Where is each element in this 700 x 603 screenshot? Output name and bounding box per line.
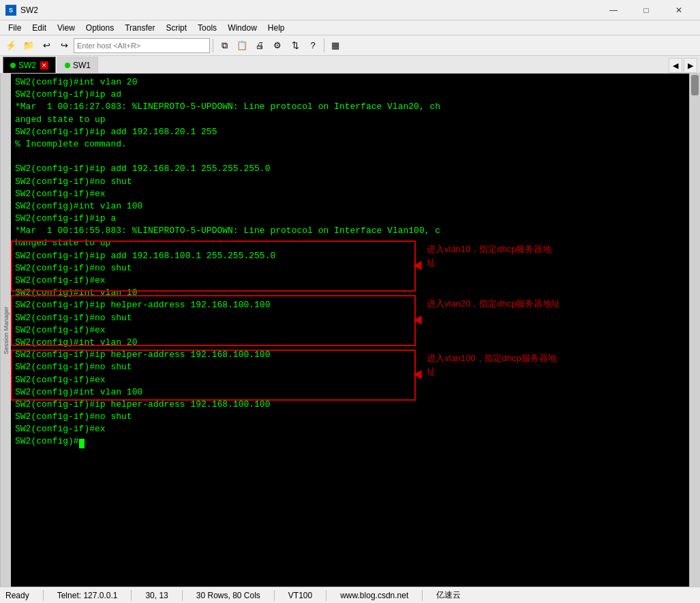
position-text: 30, 13	[145, 591, 168, 600]
statusbar-sep2	[131, 590, 132, 601]
scroll-thumb[interactable]	[691, 75, 699, 95]
terminal-cursor	[79, 439, 85, 448]
titlebar: S SW2 — □ ✕	[0, 0, 700, 20]
menu-script[interactable]: Script	[160, 22, 192, 34]
terminal-line-1: SW2(config-if)#ip ad	[15, 89, 685, 101]
menubar: File Edit View Options Transfer Script T…	[0, 20, 700, 35]
terminal-line-17: SW2(config)#int vlan 10	[15, 287, 685, 299]
tab-sw1-indicator	[65, 63, 70, 68]
tab-sw2-close[interactable]: ✕	[40, 61, 48, 69]
terminal-line-9: SW2(config-if)#ex	[15, 188, 685, 200]
terminal-line-11: SW2(config-if)#ip a	[15, 213, 685, 225]
toolbar-new-btn[interactable]: ⚡	[3, 37, 19, 54]
main-area: Session Manager SW2(config)#int vlan 20 …	[0, 74, 700, 587]
menu-edit[interactable]: Edit	[27, 22, 52, 34]
tab-sw2[interactable]: SW2 ✕	[3, 57, 56, 73]
session-sidebar-label: Session Manager	[3, 306, 10, 354]
branding-text: www.blog.csdn.net	[340, 591, 408, 600]
vt-text: VT100	[288, 591, 312, 600]
statusbar: Ready Telnet: 127.0.0.1 30, 13 30 Rows, …	[0, 587, 700, 603]
tab-active-indicator	[10, 63, 16, 68]
menu-transfer[interactable]: Transfer	[119, 22, 160, 34]
dimensions-text: 30 Rows, 80 Cols	[196, 591, 260, 600]
host-input[interactable]	[74, 38, 210, 53]
terminal-line-18: SW2(config-if)#ip helper-address 192.168…	[15, 299, 685, 311]
status-text: Ready	[5, 591, 29, 600]
terminal-line-6	[15, 151, 685, 163]
terminal-line-7: SW2(config-if)#ip add 192.168.20.1 255.2…	[15, 163, 685, 175]
terminal-line-29: SW2(config)#	[15, 435, 685, 448]
connection-text: Telnet: 127.0.0.1	[57, 591, 118, 600]
menu-view[interactable]: View	[52, 22, 80, 34]
app-icon: S	[5, 5, 16, 16]
toolbar-redo-btn[interactable]: ↪	[56, 37, 72, 54]
terminal-line-15: SW2(config-if)#no shut	[15, 262, 685, 275]
window-controls: — □ ✕	[598, 0, 695, 20]
terminal-line-4: SW2(config-if)#ip add 192.168.20.1 255	[15, 126, 685, 138]
terminal-line-2: *Mar 1 00:16:27.083: %LINEPROTO-5-UPDOWN…	[15, 101, 685, 113]
terminal-line-10: SW2(config)#int vlan 100	[15, 200, 685, 213]
menu-tools[interactable]: Tools	[192, 22, 222, 34]
terminal-line-14: SW2(config-if)#ip add 192.168.100.1 255.…	[15, 250, 685, 262]
toolbar-app-btn[interactable]: ▦	[327, 37, 344, 54]
terminal-line-22: SW2(config-if)#ip helper-address 192.168…	[15, 349, 685, 361]
session-manager-sidebar[interactable]: Session Manager	[0, 74, 11, 587]
close-button[interactable]: ✕	[663, 0, 695, 20]
toolbar-help-btn[interactable]: ?	[305, 37, 321, 54]
window-title: SW2	[20, 5, 598, 15]
terminal-line-0: SW2(config)#int vlan 20	[15, 76, 685, 89]
toolbar-sep1	[213, 39, 213, 52]
toolbar-copy-btn[interactable]: ⧉	[216, 37, 232, 54]
toolbar-settings-btn[interactable]: ⚙	[269, 37, 286, 54]
scrollbar[interactable]	[689, 74, 700, 587]
tab-prev-btn[interactable]: ◀	[669, 58, 682, 73]
statusbar-sep1	[43, 590, 44, 601]
terminal-line-26: SW2(config-if)#ip helper-address 192.168…	[15, 399, 685, 411]
menu-window[interactable]: Window	[222, 22, 262, 34]
statusbar-sep6	[422, 590, 423, 601]
terminal-line-12: *Mar 1 00:16:55.883: %LINEPROTO-5-UPDOWN…	[15, 225, 685, 237]
toolbar-paste-btn[interactable]: 📋	[234, 37, 250, 54]
toolbar-open-btn[interactable]: 📁	[20, 37, 37, 54]
tab-sw2-label: SW2	[18, 61, 36, 70]
statusbar-sep3	[182, 590, 183, 601]
toolbar-print-btn[interactable]: 🖨	[252, 37, 268, 54]
maximize-button[interactable]: □	[630, 0, 662, 20]
terminal-line-21: SW2(config)#int vlan 20	[15, 337, 685, 349]
terminal-line-16: SW2(config-if)#ex	[15, 275, 685, 287]
menu-file[interactable]: File	[3, 22, 27, 34]
tab-sw1-label: SW1	[73, 61, 91, 70]
toolbar: ⚡ 📁 ↩ ↪ ⧉ 📋 🖨 ⚙ ⇅ ? ▦	[0, 35, 700, 56]
terminal-line-28: SW2(config-if)#ex	[15, 423, 685, 435]
terminal-line-25: SW2(config)#int vlan 100	[15, 386, 685, 399]
terminal[interactable]: SW2(config)#int vlan 20 SW2(config-if)#i…	[11, 74, 689, 587]
minimize-button[interactable]: —	[598, 0, 629, 20]
statusbar-sep5	[326, 590, 326, 601]
tab-sw1[interactable]: SW1	[57, 57, 98, 73]
terminal-line-19: SW2(config-if)#no shut	[15, 312, 685, 324]
menu-help[interactable]: Help	[262, 22, 290, 34]
tabs-bar: SW2 ✕ SW1 ◀ ▶	[0, 56, 700, 74]
tab-next-btn[interactable]: ▶	[684, 58, 697, 73]
toolbar-transfer-btn[interactable]: ⇅	[287, 37, 303, 54]
icon-brand-text: 亿速云	[436, 589, 461, 601]
terminal-line-20: SW2(config-if)#ex	[15, 324, 685, 337]
terminal-line-13: hanged state to up	[15, 237, 685, 249]
menu-options[interactable]: Options	[80, 22, 119, 34]
toolbar-undo-btn[interactable]: ↩	[38, 37, 55, 54]
terminal-line-24: SW2(config-if)#ex	[15, 374, 685, 386]
terminal-line-8: SW2(config-if)#no shut	[15, 176, 685, 188]
terminal-line-23: SW2(config-if)#no shut	[15, 361, 685, 373]
terminal-line-5: % Incomplete command.	[15, 138, 685, 151]
toolbar-sep2	[324, 39, 324, 52]
terminal-line-27: SW2(config-if)#no shut	[15, 411, 685, 423]
terminal-line-3: anged state to up	[15, 114, 685, 126]
tabs-nav: ◀ ▶	[669, 58, 697, 73]
statusbar-sep4	[274, 590, 275, 601]
